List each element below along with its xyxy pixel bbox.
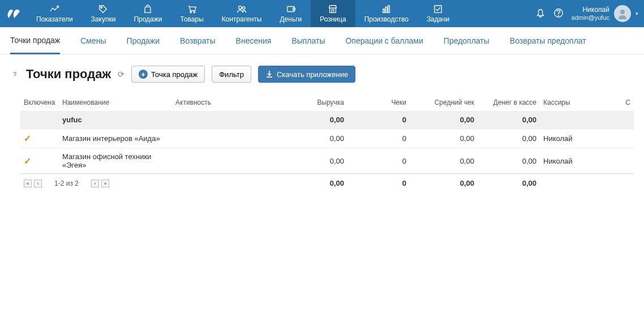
plus-icon: + bbox=[139, 70, 148, 79]
nav-label: Розница bbox=[320, 15, 346, 23]
svg-point-1 bbox=[190, 11, 192, 13]
footer-avg: 0,00 bbox=[410, 174, 478, 193]
pager-last-icon[interactable]: » bbox=[101, 180, 109, 187]
th-cash[interactable]: Денег в кассе bbox=[478, 94, 540, 111]
subnav-points-ops[interactable]: Операции с баллами bbox=[345, 27, 423, 54]
check-icon bbox=[433, 4, 443, 14]
wallet-icon bbox=[286, 4, 296, 14]
pager-next-icon[interactable]: › bbox=[91, 180, 99, 187]
nav-tasks[interactable]: Задачи bbox=[418, 0, 458, 27]
th-enabled[interactable]: Включена bbox=[20, 94, 59, 111]
nav-right: Николай admin@yufuc ▾ bbox=[535, 0, 644, 27]
subnav-prepay[interactable]: Предоплаты bbox=[444, 27, 490, 54]
footer-checks: 0 bbox=[347, 174, 410, 193]
row-revenue: 0,00 bbox=[274, 129, 347, 148]
group-row[interactable]: yufuc 0,00 0 0,00 0,00 bbox=[20, 111, 634, 129]
refresh-icon[interactable]: ⟳ bbox=[118, 70, 124, 79]
top-navigation: Показатели Закупки Продажи Товары Контра… bbox=[0, 0, 644, 27]
row-cashiers: Николай bbox=[540, 148, 617, 174]
help-icon[interactable] bbox=[553, 8, 564, 20]
nav-label: Производство bbox=[364, 15, 409, 23]
pager: « ‹ 1-2 из 2 › » bbox=[24, 180, 109, 187]
enabled-check-icon: ✓ bbox=[24, 156, 31, 166]
th-revenue[interactable]: Выручка bbox=[274, 94, 347, 111]
bag-icon bbox=[143, 4, 153, 14]
nav-goods[interactable]: Товары bbox=[171, 0, 213, 27]
footer-row: « ‹ 1-2 из 2 › » 0,00 0 0,00 0,00 bbox=[20, 174, 634, 193]
download-app-button[interactable]: Скачать приложение bbox=[258, 66, 355, 83]
nav-indicators[interactable]: Показатели bbox=[27, 0, 82, 27]
row-name: Магазин интерьеров «Аида» bbox=[59, 129, 172, 148]
enabled-check-icon: ✓ bbox=[24, 134, 31, 143]
subnav-deposits[interactable]: Внесения bbox=[236, 27, 272, 54]
svg-point-13 bbox=[620, 10, 625, 14]
group-revenue: 0,00 bbox=[274, 111, 347, 129]
row-avg: 0,00 bbox=[410, 129, 478, 148]
row-avg: 0,00 bbox=[410, 148, 478, 174]
nav-items: Показатели Закупки Продажи Товары Контра… bbox=[27, 0, 535, 27]
add-pos-label: Точка продаж bbox=[151, 70, 198, 79]
page-help-icon[interactable]: ? bbox=[10, 70, 19, 79]
subnav-pos[interactable]: Точки продаж bbox=[10, 28, 60, 54]
app-logo[interactable] bbox=[0, 0, 27, 27]
bell-icon[interactable] bbox=[535, 8, 546, 20]
nav-purchases[interactable]: Закупки bbox=[82, 0, 125, 27]
filter-button[interactable]: Фильтр bbox=[212, 66, 251, 83]
nav-label: Закупки bbox=[91, 15, 116, 23]
row-checks: 0 bbox=[347, 148, 410, 174]
row-checks: 0 bbox=[347, 129, 410, 148]
svg-rect-6 bbox=[293, 8, 295, 10]
table-row[interactable]: ✓ Магазин интерьеров «Аида» 0,00 0 0,00 … bbox=[20, 129, 634, 148]
footer-cash: 0,00 bbox=[478, 174, 540, 193]
user-menu[interactable]: Николай admin@yufuc ▾ bbox=[572, 5, 638, 22]
sub-navigation: Точки продаж Смены Продажи Возвраты Внес… bbox=[0, 27, 644, 54]
table-row[interactable]: ✓ Магазин офисной техники «Эгея» 0,00 0 … bbox=[20, 148, 634, 174]
subnav-shifts[interactable]: Смены bbox=[80, 27, 106, 54]
svg-point-3 bbox=[239, 6, 242, 9]
nav-production[interactable]: Производство bbox=[355, 0, 418, 27]
chart-icon bbox=[49, 4, 59, 14]
row-cashiers: Николай bbox=[540, 129, 617, 148]
pager-prev-icon[interactable]: ‹ bbox=[34, 180, 42, 187]
subnav-sales[interactable]: Продажи bbox=[127, 27, 160, 54]
th-cashiers[interactable]: Кассиры bbox=[540, 94, 617, 111]
th-avg[interactable]: Средний чек bbox=[410, 94, 478, 111]
svg-point-4 bbox=[242, 7, 245, 10]
svg-point-2 bbox=[194, 11, 195, 13]
tag-icon bbox=[98, 4, 108, 14]
th-last[interactable]: С bbox=[617, 94, 634, 111]
nav-label: Товары bbox=[181, 15, 204, 23]
user-login: admin@yufuc bbox=[572, 14, 609, 22]
store-icon bbox=[328, 4, 338, 14]
chevron-down-icon: ▾ bbox=[636, 11, 638, 16]
subnav-payouts[interactable]: Выплаты bbox=[291, 27, 325, 54]
row-cash: 0,00 bbox=[478, 129, 540, 148]
group-avg: 0,00 bbox=[410, 111, 478, 129]
th-name[interactable]: Наименование bbox=[59, 94, 172, 111]
th-checks[interactable]: Чеки bbox=[347, 94, 410, 111]
svg-rect-7 bbox=[383, 9, 384, 12]
bars-icon bbox=[381, 4, 392, 14]
nav-money[interactable]: Деньги bbox=[271, 0, 311, 27]
th-activity[interactable]: Активность bbox=[172, 94, 274, 111]
people-icon bbox=[237, 4, 247, 14]
row-name: Магазин офисной техники «Эгея» bbox=[59, 148, 172, 174]
user-text: Николай admin@yufuc bbox=[572, 6, 609, 22]
nav-counterparties[interactable]: Контрагенты bbox=[213, 0, 271, 27]
nav-label: Показатели bbox=[36, 15, 73, 23]
nav-retail[interactable]: Розница bbox=[311, 0, 355, 27]
svg-rect-8 bbox=[385, 7, 387, 12]
add-pos-button[interactable]: + Точка продаж bbox=[131, 66, 205, 83]
pager-first-icon[interactable]: « bbox=[24, 180, 32, 187]
toolbar: ? Точки продаж ⟳ + Точка продаж Фильтр С… bbox=[0, 54, 644, 94]
row-revenue: 0,00 bbox=[274, 148, 347, 174]
subnav-prepay-returns[interactable]: Возвраты предоплат bbox=[510, 27, 586, 54]
table-header-row: Включена Наименование Активность Выручка… bbox=[20, 94, 634, 111]
row-cash: 0,00 bbox=[478, 148, 540, 174]
subnav-returns[interactable]: Возвраты bbox=[180, 27, 216, 54]
user-name: Николай bbox=[572, 6, 609, 14]
avatar-icon bbox=[614, 5, 631, 22]
nav-sales[interactable]: Продажи bbox=[124, 0, 171, 27]
download-label: Скачать приложение bbox=[277, 70, 348, 79]
pager-text: 1-2 из 2 bbox=[54, 180, 79, 187]
